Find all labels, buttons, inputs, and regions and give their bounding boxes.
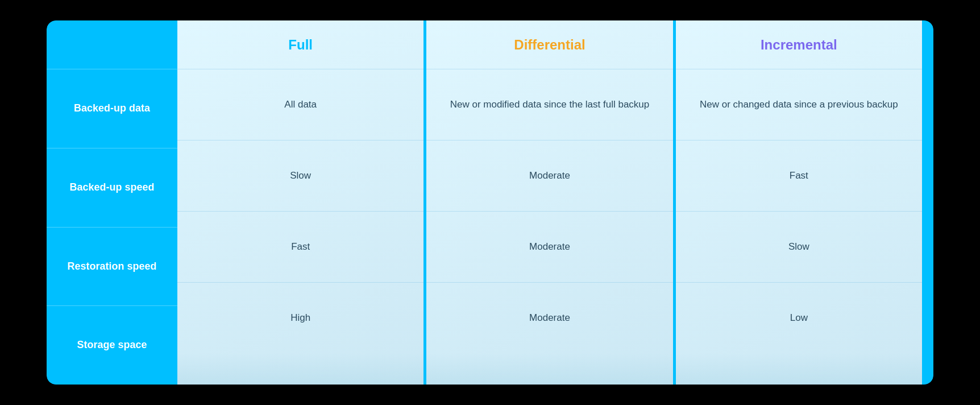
full-storage-space: High [177, 282, 423, 353]
full-restoration-speed: Fast [177, 211, 423, 282]
full-backed-up-data: All data [177, 69, 423, 140]
incremental-bottom-fade [676, 353, 922, 385]
full-bottom-fade [177, 353, 423, 385]
full-backed-up-speed: Slow [177, 140, 423, 211]
full-card: Full All data Slow Fast High [177, 20, 423, 385]
differential-header: Differential [426, 20, 672, 69]
incremental-backed-up-speed: Fast [676, 140, 922, 211]
row-header-storage-space: Storage space [47, 305, 177, 385]
incremental-restoration-speed: Slow [676, 211, 922, 282]
row-header-restoration-speed: Restoration speed [47, 227, 177, 306]
column-differential: Differential New or modified data since … [426, 20, 672, 385]
row-header-backed-up-speed: Backed-up speed [47, 148, 177, 227]
header-spacer [47, 20, 177, 69]
comparison-table: Backed-up data Backed-up speed Restorati… [47, 20, 933, 385]
data-columns: Full All data Slow Fast High [177, 20, 933, 385]
incremental-header: Incremental [676, 20, 922, 69]
differential-restoration-speed: Moderate [426, 211, 672, 282]
incremental-backed-up-data: New or changed data since a previous bac… [676, 69, 922, 140]
divider-2 [673, 20, 676, 385]
row-headers-column: Backed-up data Backed-up speed Restorati… [47, 20, 177, 385]
incremental-card: Incremental New or changed data since a … [676, 20, 922, 385]
divider-1 [423, 20, 426, 385]
incremental-storage-space: Low [676, 282, 922, 353]
column-full: Full All data Slow Fast High [177, 20, 423, 385]
full-header: Full [177, 20, 423, 69]
incremental-data-rows: New or changed data since a previous bac… [676, 69, 922, 353]
differential-data-rows: New or modified data since the last full… [426, 69, 672, 353]
differential-backed-up-speed: Moderate [426, 140, 672, 211]
differential-backed-up-data: New or modified data since the last full… [426, 69, 672, 140]
right-accent [922, 20, 933, 385]
differential-bottom-fade [426, 353, 672, 385]
differential-card: Differential New or modified data since … [426, 20, 672, 385]
full-data-rows: All data Slow Fast High [177, 69, 423, 353]
row-header-backed-up-data: Backed-up data [47, 69, 177, 148]
column-incremental: Incremental New or changed data since a … [676, 20, 922, 385]
differential-storage-space: Moderate [426, 282, 672, 353]
